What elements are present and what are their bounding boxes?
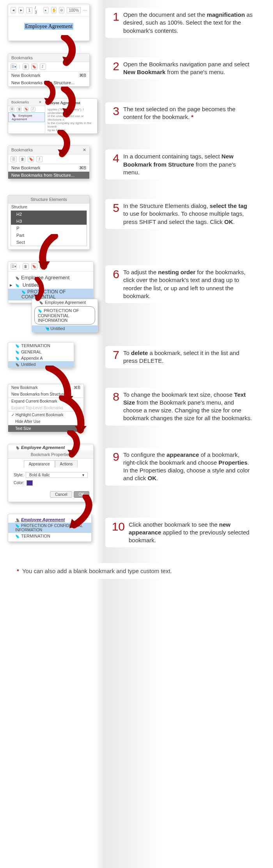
panel-structure-elements: Structure Elements Structure H2 H3 P Par… [8,195,90,250]
step-text: Click another bookmark to see the new ap… [129,521,254,545]
menu-new-bookmark[interactable]: New Bookmark⌘B [8,164,89,172]
footnote-mark: * [17,568,19,574]
page-total: / 3 [35,6,39,14]
style-select[interactable]: Bold & Italic ▾ [26,472,88,478]
options-icon[interactable]: ☰▾ [11,263,17,270]
bm-current[interactable]: Employee Agreement [8,444,93,451]
hand-tool-icon[interactable]: ✋ [51,7,57,13]
step-num: 5 [109,202,119,226]
menu-expand-current[interactable]: Expand Current Bookmark [8,398,83,405]
structure-tag-h3[interactable]: H3 [11,218,87,225]
zoom-value: 100% [67,7,81,13]
menu-new-bookmark[interactable]: New Bookmark⌘B [8,384,83,391]
structure-tag-p[interactable]: P [11,225,87,232]
panel-nesting: ☰▾ | 🗑 🔖 ⤴ Employee Agreement ▸Untitled … [8,261,94,303]
step-text: Open the Bookmarks navigation pane and s… [123,60,254,76]
drag-item[interactable]: Employee Agreement [32,299,98,305]
panel-delete: TERMINATION GENERAL Appendix A Untitled [8,342,74,368]
menu-new-from-structure[interactable]: New Bookmarks from Structure... [8,79,89,86]
dialog-title: Structure Elements [8,195,89,204]
ok-button[interactable]: OK [74,491,89,498]
new-bookmark-icon[interactable]: 🔖 [24,107,28,112]
tab-actions[interactable]: Actions [55,460,78,467]
panel-title: Bookmarks [8,54,89,62]
trash-icon[interactable]: 🗑 [23,64,29,70]
bm-termination[interactable]: TERMINATION [8,343,74,349]
find-bookmark-icon[interactable]: ⤴ [31,107,35,112]
panel-text-size-menu: New Bookmark⌘B New Bookmarks from Struct… [8,384,84,432]
trash-icon[interactable]: 🗑 [19,156,25,162]
menu-new-from-structure-selected[interactable]: New Bookmarks from Structure... [8,172,89,179]
step-text: To adjust the nesting order for the book… [123,268,254,300]
doc-heading: ployee Agreement [48,100,95,105]
prev-page-icon[interactable]: ◄ [11,7,16,13]
new-bookmark-icon[interactable]: 🔖 [31,263,37,270]
bm-termination[interactable]: TERMINATION [8,533,91,539]
find-bookmark-icon[interactable]: ⤴ [40,64,46,70]
step-num: 2 [109,60,119,76]
panel-result: Employee Agreement PROTECTION OF CONFIDE… [8,514,92,542]
bm-appendix[interactable]: Appendix A [8,355,74,361]
menu-text-size[interactable]: Text Size▶ [8,425,83,432]
bm-protection[interactable]: PROTECTION OF CONFIDENTIAL INFORMATION [8,523,91,533]
step-9: 9 To configure the appearance of a bookm… [105,448,257,486]
bm-general[interactable]: GENERAL [8,349,74,355]
step-6: 6 To adjust the nesting order for the bo… [105,265,257,303]
doc-body: upplies ("the Company"), I understand id… [48,108,95,132]
step-5: 5 In the Structure Elements dialog, sele… [105,199,257,229]
step-text: To configure the appearance of a bookmar… [123,451,254,483]
trash-icon[interactable]: 🗑 [23,263,29,270]
bm-untitled-selected[interactable]: Untitled [8,361,74,367]
bm-styled[interactable]: Employee Agreement [8,517,91,523]
step-8: 8 To change the bookmark text size, choo… [105,388,257,426]
next-page-icon[interactable]: ► [18,7,24,13]
structure-tag-sect[interactable]: Sect [11,239,87,246]
menu-hide-after-use[interactable]: Hide After Use [8,418,83,425]
selected-text[interactable]: Employee Agreement [24,23,73,30]
footnote: * You can also add a blank bookmark and … [10,563,263,579]
options-icon[interactable]: ☰ [10,107,14,112]
step-7: 7 To delete a bookmark, select it in the… [105,346,257,368]
step-10: 10 Click another bookmark to see the new… [105,518,257,548]
menu-new-from-structure[interactable]: New Bookmarks from Structure... [8,391,83,398]
menu-new-bookmark[interactable]: New Bookmark⌘B [8,72,89,79]
trash-icon[interactable]: 🗑 [17,107,21,112]
structure-tag-h2[interactable]: H2 [11,211,87,218]
bm-employee-agreement[interactable]: Employee Agreement [8,274,93,281]
find-bookmark-icon[interactable]: ⤴ [40,263,46,270]
page-num: 1 [26,7,32,13]
select-tool-icon[interactable]: ▸ [43,7,49,13]
more-icon[interactable]: ⋯ [83,8,87,12]
step-num: 7 [109,349,119,365]
step-num: 4 [109,153,119,176]
style-label: Style: [14,473,23,477]
step-num: 3 [109,105,119,121]
find-bookmark-icon[interactable]: ⤴ [36,156,43,162]
cancel-button[interactable]: Cancel [50,491,72,498]
new-bookmark-icon[interactable]: 🔖 [28,156,34,162]
bm-untitled[interactable]: ▸Untitled [8,281,93,289]
panel-bookmarks-menu-2: Bookmarks ✕ ☰ 🗑 🔖 ⤴ New Bookmark⌘B New B… [8,146,90,179]
structure-label: Structure [8,204,89,210]
step-text: Open the document and set the magnificat… [123,11,254,35]
color-swatch[interactable] [27,480,33,486]
panel-properties: Employee Agreement Bookmark Properties A… [8,444,94,502]
drag-item[interactable]: PROTECTION OF CONFIDENTIAL INFORMATION [34,306,95,325]
drag-item[interactable]: ▾ Untitled [32,325,98,332]
step-text: In the Structure Elements dialog, select… [123,202,254,226]
bookmark-item[interactable]: Employee Agreement [8,112,45,122]
step-1: 1 Open the document and set the magnific… [105,8,257,38]
options-icon[interactable]: ☰▾ [11,64,17,70]
structure-tag-part[interactable]: Part [11,232,87,239]
step-num: 10 [109,521,125,545]
close-icon[interactable]: ✕ [83,147,86,153]
close-icon[interactable]: ✕ [39,100,42,104]
menu-highlight-current[interactable]: ✓ Highlight Current Bookmark [8,412,83,418]
footnote-text: You can also add a blank bookmark and ty… [22,568,172,574]
options-icon[interactable]: ☰ [11,156,17,162]
tab-appearance[interactable]: Appearance [24,460,55,467]
new-bookmark-icon[interactable]: 🔖 [31,64,37,70]
step-num: 6 [109,268,119,300]
zoom-out-icon[interactable]: ⊖ [59,7,64,13]
step-text: In a document containing tags, select Ne… [123,153,254,176]
